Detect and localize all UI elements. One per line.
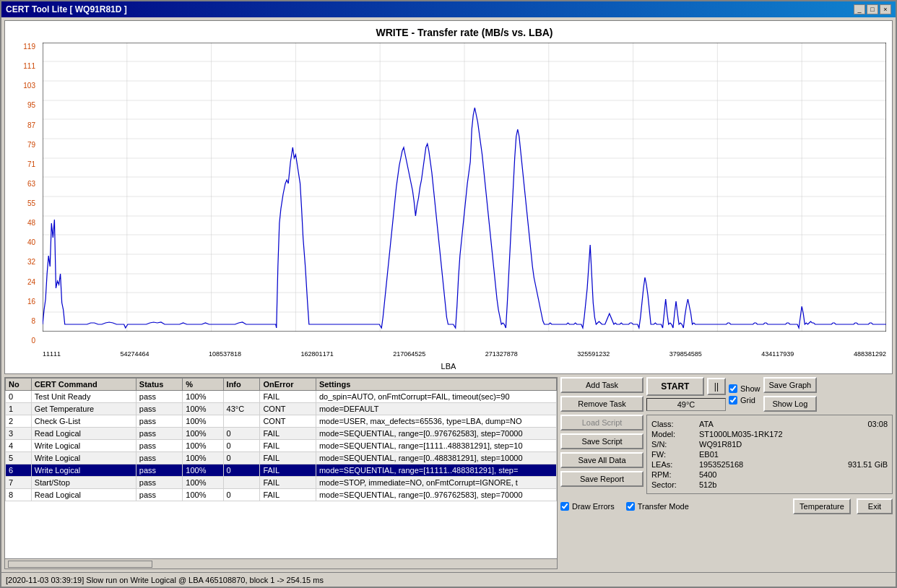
cell-info: [223, 415, 260, 428]
save-all-data-button[interactable]: Save All Data: [560, 452, 644, 468]
exit-button[interactable]: Exit: [857, 498, 893, 514]
pause-button[interactable]: ||: [707, 378, 726, 395]
cell-settings: mode=USER, max_defects=65536, type=LBA, …: [316, 415, 556, 428]
sn-value: WQ91R81D: [699, 440, 888, 449]
cell-pct: 100%: [183, 428, 223, 440]
show-log-button[interactable]: Show Log: [763, 396, 818, 412]
table-row[interactable]: 3 Read Logical pass 100% 0 FAIL mode=SEQ…: [6, 428, 557, 440]
transfer-mode-checkbox[interactable]: [626, 502, 635, 511]
rpm-value: 5400: [699, 470, 888, 479]
table-header: No CERT Command Status % Info OnError Se…: [6, 379, 557, 391]
transfer-mode-label: Transfer Mode: [638, 502, 689, 511]
remove-task-button[interactable]: Remove Task: [560, 396, 644, 412]
x-label-4: 217064525: [393, 350, 425, 358]
cell-status: pass: [136, 403, 183, 415]
sn-label: S/N:: [651, 440, 695, 449]
chart-area: WRITE - Transfer rate (MB/s vs. LBA) 119…: [4, 20, 893, 374]
y-label-32: 32: [27, 258, 38, 266]
controls-row: Add Task Remove Task START || 49°C: [560, 377, 893, 412]
chart-title: WRITE - Transfer rate (MB/s vs. LBA): [43, 27, 886, 38]
cell-no: 8: [6, 489, 32, 501]
x-label-3: 162801171: [301, 350, 334, 358]
col-info: Info: [223, 379, 260, 391]
temperature-button[interactable]: Temperature: [793, 498, 851, 514]
y-label-40: 40: [27, 238, 38, 246]
close-button[interactable]: ×: [880, 4, 891, 14]
cell-onerror: CONT: [260, 415, 316, 428]
horizontal-scrollbar[interactable]: [5, 558, 557, 568]
sector-value: 512b: [699, 480, 888, 489]
rpm-label: RPM:: [651, 470, 695, 479]
class-label: Class:: [651, 420, 695, 428]
table-row[interactable]: 7 Start/Stop pass 100% FAIL mode=STOP, i…: [6, 477, 557, 489]
x-label-1: 54274464: [121, 350, 150, 358]
col-no: No: [6, 379, 32, 391]
draw-errors-row[interactable]: Draw Errors: [560, 502, 615, 511]
cell-pct: 100%: [183, 391, 223, 403]
y-label-63: 63: [27, 180, 38, 188]
grid-checkbox-row[interactable]: Grid: [729, 396, 760, 405]
table-row[interactable]: 5 Write Logical pass 100% 0 FAIL mode=SE…: [6, 452, 557, 464]
table-row[interactable]: 8 Read Logical pass 100% 0 FAIL mode=SEQ…: [6, 489, 557, 501]
start-pause-row: START ||: [646, 377, 726, 396]
y-label-87: 87: [27, 121, 38, 129]
table-row[interactable]: 0 Test Unit Ready pass 100% FAIL do_spin…: [6, 391, 557, 403]
load-script-button[interactable]: Load Script: [560, 415, 644, 431]
main-window: CERT Tool Lite [ WQ91R81D ] _ □ × WRITE …: [0, 0, 897, 588]
table-row[interactable]: 2 Check G-List pass 100% CONT mode=USER,…: [6, 415, 557, 428]
maximize-button[interactable]: □: [867, 4, 878, 14]
start-stop-panel: START || 49°C: [646, 377, 726, 412]
save-script-button[interactable]: Save Script: [560, 433, 644, 449]
draw-errors-checkbox[interactable]: [560, 502, 569, 511]
add-task-button[interactable]: Add Task: [560, 377, 644, 393]
y-label-55: 55: [27, 199, 38, 207]
y-label-8: 8: [31, 317, 38, 325]
y-label-119: 119: [23, 43, 38, 51]
script-buttons: Load Script Save Script Save All Data Sa…: [560, 415, 644, 494]
cell-onerror: FAIL: [260, 464, 316, 477]
cell-info: 0: [223, 464, 260, 477]
cell-status: pass: [136, 391, 183, 403]
class-value: ATA: [699, 420, 794, 428]
minimize-button[interactable]: _: [854, 4, 865, 14]
table-row[interactable]: 4 Write Logical pass 100% 0 FAIL mode=SE…: [6, 440, 557, 452]
cell-pct: 100%: [183, 464, 223, 477]
cell-settings: mode=SEQUENTIAL, range=[0..976762583], s…: [316, 489, 556, 501]
cell-command: Read Logical: [31, 489, 136, 501]
x-axis-title: LBA: [441, 362, 456, 371]
cell-info: 0: [223, 428, 260, 440]
right-panel: Add Task Remove Task START || 49°C: [560, 377, 893, 569]
cell-settings: mode=SEQUENTIAL, range=[11111..488381291…: [316, 464, 556, 477]
cell-no: 7: [6, 477, 32, 489]
col-settings: Settings: [316, 379, 556, 391]
title-bar: CERT Tool Lite [ WQ91R81D ] _ □ ×: [1, 1, 896, 17]
table-row[interactable]: 1 Get Temperature pass 100% 43°C CONT mo…: [6, 403, 557, 415]
cell-status: pass: [136, 428, 183, 440]
col-status: Status: [136, 379, 183, 391]
x-label-0: 11111: [43, 350, 61, 358]
table-scroll[interactable]: No CERT Command Status % Info OnError Se…: [5, 378, 557, 558]
y-label-79: 79: [27, 141, 38, 149]
save-graph-button[interactable]: Save Graph: [763, 377, 818, 393]
cell-status: pass: [136, 440, 183, 452]
cell-info: 43°C: [223, 403, 260, 415]
grid-checkbox[interactable]: [729, 396, 737, 405]
cell-pct: 100%: [183, 489, 223, 501]
col-pct: %: [183, 379, 223, 391]
start-button[interactable]: START: [646, 377, 704, 396]
cell-status: pass: [136, 415, 183, 428]
cell-command: Read Logical: [31, 428, 136, 440]
cell-onerror: FAIL: [260, 477, 316, 489]
table-row[interactable]: 6 Write Logical pass 100% 0 FAIL mode=SE…: [6, 464, 557, 477]
cell-info: 0: [223, 452, 260, 464]
save-report-button[interactable]: Save Report: [560, 471, 644, 487]
show-checkbox-row[interactable]: Show: [729, 384, 760, 393]
cell-command: Check G-List: [31, 415, 136, 428]
cell-pct: 100%: [183, 452, 223, 464]
y-label-103: 103: [23, 82, 38, 90]
cell-status: pass: [136, 464, 183, 477]
transfer-mode-row[interactable]: Transfer Mode: [626, 502, 689, 511]
x-label-7: 379854585: [670, 350, 702, 358]
cell-command: Test Unit Ready: [31, 391, 136, 403]
show-checkbox[interactable]: [729, 384, 737, 393]
